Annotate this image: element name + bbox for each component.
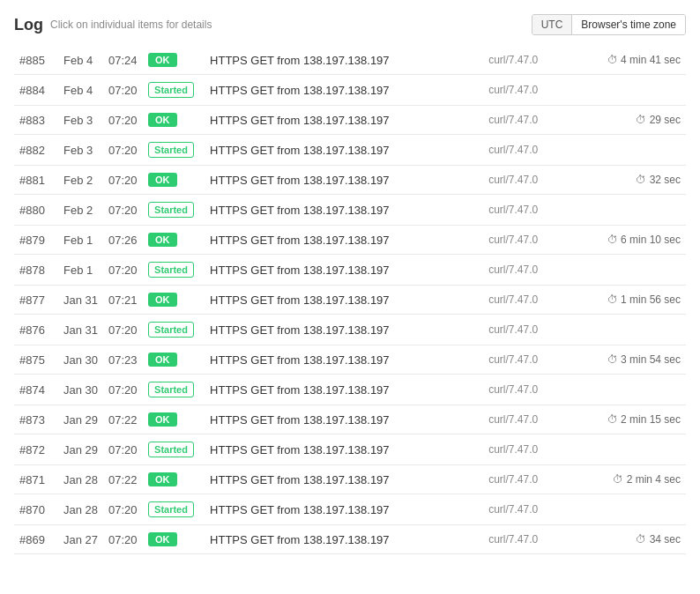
row-agent: curl/7.47.0 [483, 434, 562, 465]
row-id: #881 [14, 166, 58, 195]
row-id: #871 [14, 465, 58, 494]
duration-icon: ⏱ [607, 54, 618, 66]
row-agent: curl/7.47.0 [483, 345, 562, 375]
row-date: Jan 29 [58, 405, 103, 434]
row-duration [562, 494, 686, 525]
row-duration: ⏱ 2 min 15 sec [562, 405, 686, 434]
page-header: Log Click on individual items for detail… [14, 14, 686, 35]
row-request: HTTPS GET from 138.197.138.197 [205, 315, 483, 345]
status-badge-ok: OK [148, 233, 177, 247]
status-badge-ok: OK [148, 113, 177, 127]
row-duration [562, 375, 686, 405]
duration-icon: ⏱ [607, 413, 618, 426]
status-badge-ok: OK [148, 532, 177, 546]
row-status: Started [143, 494, 205, 525]
table-row[interactable]: #871 Jan 28 07:22 OK HTTPS GET from 138.… [14, 465, 686, 494]
row-date: Feb 2 [58, 195, 103, 226]
row-request: HTTPS GET from 138.197.138.197 [205, 405, 483, 434]
table-row[interactable]: #869 Jan 27 07:20 OK HTTPS GET from 138.… [14, 525, 686, 554]
row-duration [562, 195, 686, 226]
table-row[interactable]: #873 Jan 29 07:22 OK HTTPS GET from 138.… [14, 405, 686, 434]
table-row[interactable]: #876 Jan 31 07:20 Started HTTPS GET from… [14, 315, 686, 345]
duration-icon: ⏱ [607, 353, 618, 366]
row-duration: ⏱ 2 min 4 sec [562, 465, 686, 494]
table-row[interactable]: #870 Jan 28 07:20 Started HTTPS GET from… [14, 494, 686, 525]
row-agent: curl/7.47.0 [483, 494, 562, 525]
row-duration [562, 135, 686, 166]
row-agent: curl/7.47.0 [483, 525, 562, 554]
table-row[interactable]: #879 Feb 1 07:26 OK HTTPS GET from 138.1… [14, 226, 686, 255]
row-duration: ⏱ 4 min 41 sec [562, 46, 686, 75]
row-id: #884 [14, 75, 58, 106]
row-duration: ⏱ 1 min 56 sec [562, 286, 686, 315]
row-date: Jan 28 [58, 494, 103, 525]
duration-icon: ⏱ [636, 533, 646, 546]
table-row[interactable]: #878 Feb 1 07:20 Started HTTPS GET from … [14, 255, 686, 286]
row-date: Jan 28 [58, 465, 103, 494]
row-status: OK [143, 46, 205, 75]
table-row[interactable]: #880 Feb 2 07:20 Started HTTPS GET from … [14, 195, 686, 226]
timezone-switcher: UTC Browser's time zone [532, 14, 686, 35]
row-date: Feb 4 [58, 46, 103, 75]
utc-button[interactable]: UTC [532, 15, 573, 34]
page-title: Log [14, 16, 43, 34]
row-status: OK [143, 286, 205, 315]
browser-timezone-button[interactable]: Browser's time zone [572, 15, 685, 34]
table-row[interactable]: #874 Jan 30 07:20 Started HTTPS GET from… [14, 375, 686, 405]
row-duration: ⏱ 32 sec [562, 166, 686, 195]
row-agent: curl/7.47.0 [483, 46, 562, 75]
log-table: #885 Feb 4 07:24 OK HTTPS GET from 138.1… [14, 46, 686, 554]
status-badge-started: Started [148, 501, 194, 517]
table-row[interactable]: #885 Feb 4 07:24 OK HTTPS GET from 138.1… [14, 46, 686, 75]
row-time: 07:20 [103, 75, 143, 106]
row-request: HTTPS GET from 138.197.138.197 [205, 195, 483, 226]
status-badge-ok: OK [148, 293, 177, 307]
table-row[interactable]: #884 Feb 4 07:20 Started HTTPS GET from … [14, 75, 686, 106]
status-badge-ok: OK [148, 173, 177, 187]
row-status: OK [143, 525, 205, 554]
table-row[interactable]: #877 Jan 31 07:21 OK HTTPS GET from 138.… [14, 286, 686, 315]
row-agent: curl/7.47.0 [483, 375, 562, 405]
row-status: Started [143, 195, 205, 226]
status-badge-started: Started [148, 142, 194, 158]
row-request: HTTPS GET from 138.197.138.197 [205, 494, 483, 525]
row-status: OK [143, 226, 205, 255]
row-id: #872 [14, 434, 58, 465]
row-duration [562, 255, 686, 286]
status-badge-started: Started [148, 382, 194, 397]
row-time: 07:24 [103, 46, 143, 75]
row-request: HTTPS GET from 138.197.138.197 [205, 465, 483, 494]
row-date: Feb 3 [58, 106, 103, 135]
row-time: 07:20 [103, 525, 143, 554]
status-badge-ok: OK [148, 472, 177, 486]
row-time: 07:26 [103, 226, 143, 255]
row-status: OK [143, 405, 205, 434]
table-row[interactable]: #875 Jan 30 07:23 OK HTTPS GET from 138.… [14, 345, 686, 375]
table-row[interactable]: #872 Jan 29 07:20 Started HTTPS GET from… [14, 434, 686, 465]
header-left: Log Click on individual items for detail… [14, 16, 212, 34]
row-request: HTTPS GET from 138.197.138.197 [205, 106, 483, 135]
row-agent: curl/7.47.0 [483, 166, 562, 195]
row-time: 07:22 [103, 465, 143, 494]
row-id: #874 [14, 375, 58, 405]
row-agent: curl/7.47.0 [483, 226, 562, 255]
row-duration: ⏱ 34 sec [562, 525, 686, 554]
row-status: OK [143, 345, 205, 375]
row-date: Feb 2 [58, 166, 103, 195]
row-time: 07:20 [103, 494, 143, 525]
row-date: Jan 27 [58, 525, 103, 554]
row-id: #885 [14, 46, 58, 75]
row-date: Feb 3 [58, 135, 103, 166]
row-id: #883 [14, 106, 58, 135]
table-row[interactable]: #881 Feb 2 07:20 OK HTTPS GET from 138.1… [14, 166, 686, 195]
row-id: #880 [14, 195, 58, 226]
row-agent: curl/7.47.0 [483, 465, 562, 494]
row-id: #876 [14, 315, 58, 345]
row-time: 07:20 [103, 106, 143, 135]
row-status: Started [143, 75, 205, 106]
row-time: 07:23 [103, 345, 143, 375]
row-time: 07:20 [103, 434, 143, 465]
row-status: Started [143, 315, 205, 345]
table-row[interactable]: #883 Feb 3 07:20 OK HTTPS GET from 138.1… [14, 106, 686, 135]
table-row[interactable]: #882 Feb 3 07:20 Started HTTPS GET from … [14, 135, 686, 166]
